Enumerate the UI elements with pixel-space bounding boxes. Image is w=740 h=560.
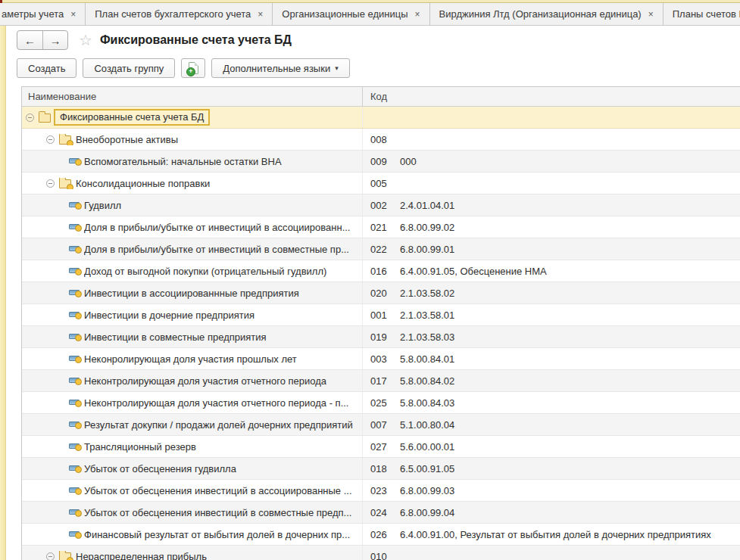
name-cell: Доля в прибыли/убытке от инвестиций в ас… — [22, 222, 362, 233]
app-window: аметры учета × План счетов бухгалтерског… — [0, 0, 740, 560]
favorite-star-icon[interactable]: ☆ — [79, 31, 92, 49]
account-item-icon — [69, 334, 80, 339]
tab-label: План счетов бухгалтерского учета — [95, 8, 251, 20]
table-row[interactable]: Вспомогательный: начальные остатки ВНА00… — [22, 151, 740, 173]
create-button-label: Создать — [28, 63, 65, 74]
table-row[interactable]: Финансовый результат от выбытия долей в … — [22, 524, 740, 546]
account-item-icon — [69, 509, 80, 515]
tab-close-icon[interactable]: × — [70, 10, 76, 19]
table-row[interactable]: Доля в прибыли/убытке от инвестиций в ас… — [22, 216, 740, 238]
forward-button[interactable]: → — [42, 31, 67, 49]
table-row[interactable]: Убыток от обесценения инвестиций в ассоц… — [22, 480, 740, 502]
table-row[interactable]: Результат докупки / продажи долей дочерн… — [22, 414, 740, 436]
row-code: 026 — [362, 524, 394, 545]
row-name: Убыток от обесценения гудвилла — [84, 463, 236, 474]
row-code: 001 — [362, 304, 394, 325]
row-account: 6.8.00.99.04 — [394, 507, 740, 518]
tab-plan-schetov-buh[interactable]: План счетов бухгалтерского учета × — [86, 3, 273, 25]
row-account: 5.8.00.84.03 — [394, 397, 740, 409]
collapse-node-icon[interactable] — [46, 179, 55, 188]
tab-parametry-ucheta[interactable]: аметры учета × — [0, 3, 86, 25]
tab-plany-schetov-ib[interactable]: Планы счетов ИБ × — [664, 3, 740, 25]
page-title: Фиксированные счета учета БД — [100, 33, 292, 47]
name-cell: Консолидационные поправки — [22, 178, 362, 189]
tab-close-icon[interactable]: × — [415, 10, 420, 19]
tab-close-icon[interactable]: × — [648, 10, 654, 19]
row-code: 024 — [362, 502, 394, 523]
row-name: Инвестиции в совместные предприятия — [84, 331, 267, 343]
tab-org-edinicy[interactable]: Организационные единицы × — [273, 3, 429, 25]
column-header-code[interactable]: Код — [362, 87, 740, 106]
table-row[interactable]: Трансляционный резерв0275.6.00.00.01 — [22, 436, 740, 458]
create-button[interactable]: Создать — [17, 58, 76, 78]
name-cell: Инвестиции в совместные предприятия — [22, 331, 362, 343]
folder-icon — [59, 552, 71, 560]
tab-close-icon[interactable]: × — [258, 10, 263, 19]
row-account: 6.8.00.99.03 — [394, 485, 740, 496]
row-account: 2.1.03.58.02 — [394, 288, 740, 299]
row-account: 6.4.00.91.05, Обесценение НМА — [394, 266, 740, 277]
row-account: 000 — [394, 156, 740, 167]
table-row[interactable]: Гудвилл0022.4.01.04.01 — [22, 194, 740, 216]
account-item-icon — [69, 465, 80, 471]
table-row[interactable]: Неконтролирующая доля участия отчетного … — [22, 392, 740, 414]
table-row[interactable]: Инвестиции в ассоциированнные предприяти… — [22, 282, 740, 304]
table-row[interactable]: Неконролирующая доля участия прошлых лет… — [22, 348, 740, 370]
collapse-node-icon[interactable] — [46, 552, 55, 560]
row-name: Убыток от обесценения инвестиций в совме… — [84, 507, 351, 518]
chevron-down-icon: ▾ — [335, 64, 339, 72]
add-document-button[interactable] — [181, 58, 205, 78]
collapse-node-icon[interactable] — [26, 114, 34, 122]
name-cell: Инвестиции в дочерние предприятия — [22, 310, 362, 321]
row-name: Доля в прибыли/убытке от инвестиций в ас… — [84, 222, 350, 233]
account-item-icon — [69, 356, 80, 361]
account-item-icon — [69, 224, 80, 229]
column-header-name[interactable]: Наименование — [22, 91, 362, 102]
table-row[interactable]: Консолидационные поправки005 — [22, 173, 740, 194]
table-row[interactable]: Убыток от обесценения гудвилла0186.5.00.… — [22, 458, 740, 480]
table-row[interactable]: Неконтролирующая доля участия отчетного … — [22, 370, 740, 392]
tab-label: Планы счетов ИБ — [673, 8, 740, 20]
left-panel-edge — [0, 26, 6, 560]
title-row: ← → ☆ Фиксированные счета учета БД — [6, 26, 740, 54]
name-cell: Фиксированные счета учета БД — [22, 109, 362, 126]
name-cell: Гудвилл — [22, 200, 362, 211]
name-cell: Доход от выгодной покупки (отрицательный… — [22, 266, 362, 277]
row-code: 009 — [362, 151, 394, 172]
back-icon: ← — [24, 34, 36, 47]
row-account: 5.8.00.84.02 — [394, 375, 740, 387]
folder-icon — [59, 179, 71, 188]
tab-virginia-ltd[interactable]: Вирджиния Лтд (Организационная единица) … — [430, 3, 664, 25]
row-account: 6.8.00.99.02 — [394, 222, 740, 233]
account-item-icon — [69, 246, 80, 251]
row-code: 010 — [362, 546, 394, 560]
table-row[interactable]: Убыток от обесценения инвестиций в совме… — [22, 502, 740, 524]
row-name: Внеоборотные активы — [76, 134, 178, 145]
row-name: Доля в прибыли/убытке от инвестиций в со… — [84, 244, 349, 255]
account-item-icon — [69, 487, 80, 493]
create-group-button[interactable]: Создать группу — [83, 58, 175, 78]
row-code: 018 — [362, 458, 394, 479]
table-row[interactable]: Инвестиции в дочерние предприятия0012.1.… — [22, 304, 740, 326]
account-item-icon — [69, 202, 80, 207]
row-code: 007 — [362, 414, 394, 435]
row-name: Инвестиции в ассоциированнные предприяти… — [84, 288, 299, 299]
table-row[interactable]: Фиксированные счета учета БД — [22, 107, 740, 129]
additional-languages-button[interactable]: Дополнительные языки ▾ — [211, 58, 349, 78]
row-name: Убыток от обесценения инвестиций в ассоц… — [84, 485, 352, 496]
row-account: 6.8.00.99.01 — [394, 244, 740, 255]
table-body: Фиксированные счета учета БДВнеоборотные… — [22, 107, 740, 560]
toolbar: Создать Создать группу Дополнительные яз… — [6, 54, 740, 82]
table-row[interactable]: Внеоборотные активы008 — [22, 129, 740, 151]
name-cell: Трансляционный резерв — [22, 441, 362, 453]
table-row[interactable]: Доля в прибыли/убытке от инвестиций в со… — [22, 238, 740, 260]
table-row[interactable]: Доход от выгодной покупки (отрицательный… — [22, 260, 740, 282]
row-code: 021 — [362, 216, 394, 238]
collapse-node-icon[interactable] — [46, 135, 55, 144]
row-code — [362, 107, 394, 128]
row-account: 6.5.00.91.05 — [394, 463, 740, 474]
account-item-icon — [69, 158, 80, 163]
back-button[interactable]: ← — [17, 31, 42, 49]
table-row[interactable]: Нераспределенная прибыль010 — [22, 546, 740, 560]
table-row[interactable]: Инвестиции в совместные предприятия0192.… — [22, 326, 740, 348]
